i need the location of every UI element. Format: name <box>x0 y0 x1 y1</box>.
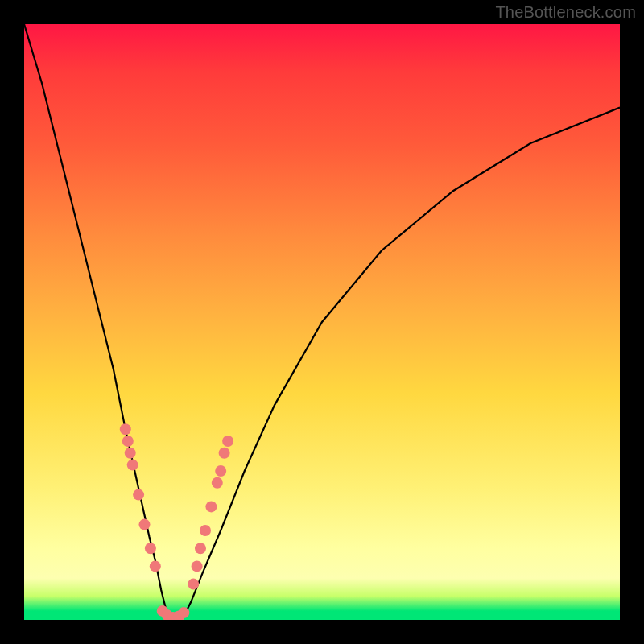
chart-svg <box>24 24 620 620</box>
data-marker <box>188 579 199 590</box>
data-marker <box>125 448 136 459</box>
data-marker <box>127 460 138 471</box>
data-marker <box>139 519 151 530</box>
data-marker <box>195 543 206 554</box>
data-marker <box>178 607 189 618</box>
chart-frame: TheBottleneck.com <box>0 0 644 644</box>
data-marker <box>212 477 223 489</box>
watermark-text: TheBottleneck.com <box>495 3 636 22</box>
marker-layer <box>120 423 233 620</box>
data-marker <box>222 436 233 447</box>
plot-area <box>24 24 620 620</box>
data-marker <box>215 465 226 477</box>
bottleneck-curve <box>24 24 620 620</box>
data-marker <box>120 423 131 435</box>
data-marker <box>122 436 134 447</box>
data-marker <box>205 501 217 512</box>
data-marker <box>192 560 203 572</box>
data-marker <box>145 543 156 554</box>
data-marker <box>200 525 211 536</box>
data-marker <box>219 448 230 459</box>
data-marker <box>150 560 161 572</box>
data-marker <box>133 489 144 501</box>
